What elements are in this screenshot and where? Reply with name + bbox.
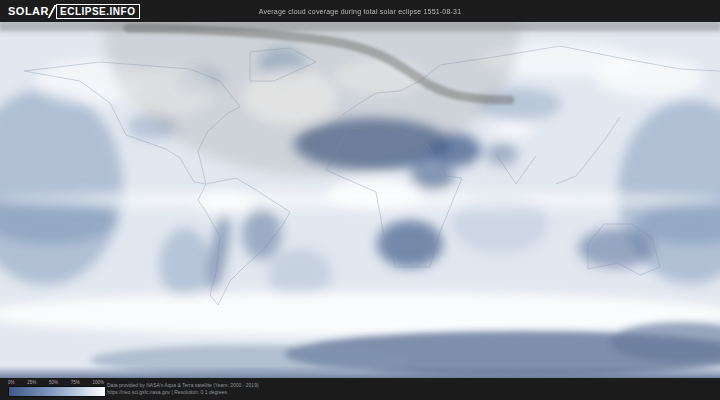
solareclipse-page: { "header": { "logo": { "primary": "SOLA… — [0, 0, 720, 400]
legend-gradient-bar — [8, 386, 106, 397]
logo-text-eclipse-info: ECLIPSE.INFO — [56, 4, 140, 19]
legend-tick-75: 75% — [71, 380, 80, 385]
legend-tick-100: 100% — [92, 380, 104, 385]
legend-tick-0: 0% — [8, 380, 15, 385]
legend-tick-50: 50% — [49, 380, 58, 385]
attribution-line-1: Data provided by NASA's Aqua & Terra sat… — [107, 382, 259, 389]
cloud-coverage-legend: 0% 25% 50% 75% 100% — [8, 380, 104, 397]
site-logo[interactable]: SOLAR ECLIPSE.INFO — [8, 4, 140, 19]
cloud-coverage-map-canvas — [0, 22, 720, 378]
page-title: Average cloud coverage during total sola… — [259, 8, 462, 15]
bottom-bar: 0% 25% 50% 75% 100% Data provided by NAS… — [0, 378, 720, 400]
legend-tick-25: 25% — [27, 380, 36, 385]
top-bar: SOLAR ECLIPSE.INFO Average cloud coverag… — [0, 0, 720, 22]
data-attribution: Data provided by NASA's Aqua & Terra sat… — [107, 382, 259, 395]
logo-text-solar: SOLAR — [8, 5, 49, 17]
attribution-line-2[interactable]: https://neo.sci.gsfc.nasa.gov | Resoluti… — [107, 389, 259, 396]
legend-tick-labels: 0% 25% 50% 75% 100% — [8, 380, 104, 385]
world-map — [0, 22, 720, 378]
